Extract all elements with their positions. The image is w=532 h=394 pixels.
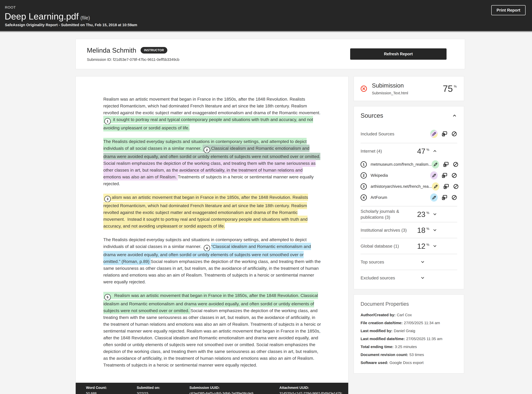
footer-item-value: 3/22/15: [137, 392, 189, 394]
source-label: ArtForum: [371, 195, 430, 200]
exclude-source-icon[interactable]: [453, 161, 459, 167]
source-section-header[interactable]: Top sources: [361, 254, 457, 270]
source-group: Global database (1)12%: [361, 238, 457, 254]
chevron-up-icon[interactable]: [432, 148, 437, 154]
sources-panel: Sources Included Sources Internet (4)47%…: [354, 106, 464, 289]
property-label: File creation date/time:: [361, 321, 403, 325]
print-report-button[interactable]: Print Report: [491, 5, 526, 15]
source-action-icons: [432, 182, 459, 191]
source-section-label: Excluded sources: [361, 275, 417, 281]
source-group-header[interactable]: Global database (1)12%: [361, 238, 457, 254]
highlight-color-icon[interactable]: [430, 193, 438, 202]
exclude-source-icon[interactable]: [451, 131, 457, 137]
included-sources-row: Included Sources: [361, 128, 457, 143]
source-number-badge: 4: [361, 194, 367, 201]
breadcrumb[interactable]: ROOT: [5, 5, 16, 10]
source-section: Top sources: [361, 254, 457, 270]
refresh-report-button[interactable]: Refresh Report: [350, 48, 447, 60]
footer-item: Word Count:50,688: [86, 386, 137, 394]
footer-item-value: c62ed385-6af3-cdb5-3db6-7e0f9e08cde9: [189, 392, 279, 394]
highlighter-icon: [431, 195, 436, 200]
source-label: Wikipedia: [371, 173, 430, 178]
source-group-label: Scholarly journals & publications (3): [361, 208, 417, 220]
footer-item-value: 50,688: [86, 392, 137, 394]
footer-item: Submission UUID:c62ed385-6af3-cdb5-3db6-…: [189, 386, 279, 394]
error-circle-x-icon: [360, 85, 367, 92]
exclude-source-icon[interactable]: [451, 172, 457, 178]
source-group-label: Global database (1): [361, 243, 417, 249]
exclude-source-icon[interactable]: [453, 183, 459, 189]
submission-id: Submission ID: f21d53e7-078f-47bc-9611-0…: [87, 57, 350, 62]
document-footer-bar: Word Count:50,688Submitted on:3/22/15Sub…: [76, 383, 348, 394]
highlight-color-icon[interactable]: [430, 130, 438, 138]
source-group-header[interactable]: Scholarly journals & publications (3)23%: [361, 206, 457, 222]
score-card-title: Subimission: [372, 82, 443, 89]
paragraph: 5 Realism was an artistic movement that …: [103, 292, 321, 368]
property-label: Software used:: [361, 361, 388, 365]
highlight-color-icon[interactable]: [430, 171, 438, 180]
safeassign-report-page: ROOT Deep Learning.pdf(file) SafeAssign …: [0, 0, 532, 394]
property-row: Last modified by:Daniel Graig: [361, 329, 457, 333]
chevron-down-icon[interactable]: [432, 212, 437, 217]
source-group-header[interactable]: Internet (4)47%: [361, 143, 457, 159]
property-value: 53 times: [410, 353, 424, 357]
source-section: Excluded sources: [361, 270, 457, 286]
score-card-file-name[interactable]: Submission_Text.html: [372, 91, 443, 95]
citation-marker[interactable]: 2: [203, 145, 211, 152]
footer-item-label: Attachment UUID:: [279, 386, 342, 390]
match-percent: 47%: [417, 147, 429, 156]
citation-marker[interactable]: 3: [103, 194, 112, 201]
paragraph: The Realists depicted everyday subjects …: [103, 236, 321, 285]
chevron-down-icon[interactable]: [420, 259, 425, 265]
source-row[interactable]: 1metmuseum.com/french_realism...: [361, 159, 457, 170]
highlighter-icon: [431, 131, 436, 136]
source-row[interactable]: 4ArtForum: [361, 192, 457, 203]
chevron-down-icon[interactable]: [432, 243, 437, 249]
included-sources-actions: [430, 130, 457, 138]
text-segment: alism was an artistic movement that bega…: [103, 194, 308, 230]
source-section-label: Top sources: [361, 259, 417, 265]
property-label: Total ending time:: [361, 345, 394, 349]
sources-groups: Internet (4)47%1metmuseum.com/french_rea…: [361, 143, 457, 286]
open-in-document-icon[interactable]: [442, 195, 447, 201]
footer-item-label: Submitted on:: [137, 386, 189, 390]
property-row: Author/Created by:Carl Cox: [361, 313, 457, 317]
exclude-source-icon[interactable]: [451, 195, 457, 201]
source-row[interactable]: 2Wikipedia: [361, 170, 457, 181]
source-number-badge: 3: [361, 183, 367, 190]
property-label: Author/Created by:: [361, 313, 395, 317]
source-number-badge: 2: [361, 172, 367, 179]
submitter-info-card: Melinda Schmith INSTRUCTOR Submission ID…: [75, 39, 465, 69]
open-in-document-icon[interactable]: [442, 172, 447, 178]
property-value: 27/05/2025 11:34 am: [404, 321, 440, 325]
source-group-label: Internet (4): [361, 148, 417, 154]
source-list: 1metmuseum.com/french_realism...2Wikiped…: [361, 159, 457, 206]
document-text: Realism was an artistic movement that be…: [76, 77, 348, 383]
open-in-document-icon[interactable]: [442, 131, 447, 137]
highlight-color-icon[interactable]: [432, 160, 439, 169]
footer-item: Submitted on:3/22/15: [137, 386, 189, 394]
source-group: Internet (4)47%1metmuseum.com/french_rea…: [361, 143, 457, 206]
source-row[interactable]: 3arthistoryarchives.net/french_rea...: [361, 181, 457, 192]
source-label: arthistoryarchives.net/french_rea...: [371, 184, 432, 189]
source-section-header[interactable]: Excluded sources: [361, 270, 457, 286]
source-number-badge: 1: [361, 161, 367, 167]
document-properties-panel: Document Properties Author/Created by:Ca…: [354, 294, 464, 373]
source-group: Institutional archives (3)18%: [361, 222, 457, 238]
document-properties-title: Document Properties: [361, 301, 457, 307]
chevron-up-icon[interactable]: [452, 113, 457, 118]
paragraph: The Realists depicted everyday subjects …: [103, 138, 321, 187]
submitter-info: Melinda Schmith INSTRUCTOR Submission ID…: [87, 47, 350, 62]
citation-marker[interactable]: 4: [203, 244, 211, 249]
property-label: Last modified date/time:: [361, 337, 405, 341]
open-in-document-icon[interactable]: [443, 161, 449, 167]
source-group-header[interactable]: Institutional archives (3)18%: [361, 222, 457, 238]
chevron-down-icon[interactable]: [420, 275, 425, 280]
match-percent: 23%: [417, 210, 429, 218]
document-properties-rows: Author/Created by:Carl CoxFile creation …: [361, 313, 457, 365]
citation-marker[interactable]: 5: [103, 292, 112, 299]
open-in-document-icon[interactable]: [443, 183, 449, 189]
citation-marker[interactable]: 1: [103, 116, 112, 123]
chevron-down-icon[interactable]: [432, 228, 437, 233]
highlight-color-icon[interactable]: [432, 182, 439, 191]
